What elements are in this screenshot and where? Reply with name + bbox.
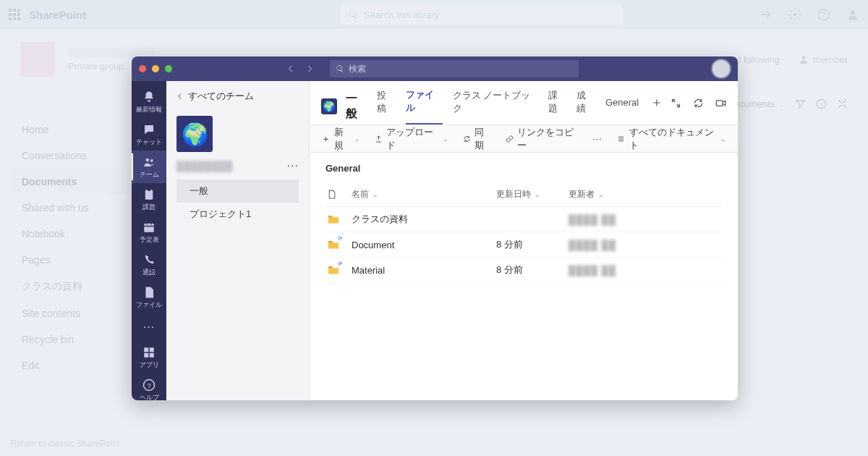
meet-icon[interactable] <box>715 98 726 109</box>
team-more-icon[interactable]: ··· <box>287 159 299 172</box>
col-modified-by[interactable]: 更新者⌄ <box>569 188 626 200</box>
team-name-redacted: ████████ <box>176 161 233 172</box>
table-header: 名前⌄ 更新日時⌄ 更新者⌄ <box>326 182 722 207</box>
teams-window: 検索 最新情報チャットチーム課題予定表通話ファイル···アプリ?ヘルプ すべての… <box>132 56 738 400</box>
expand-icon[interactable] <box>671 98 681 109</box>
file-modified-by-redacted: ████ ██ <box>569 214 626 225</box>
table-row[interactable]: ⟳Document8 分前████ ██ <box>326 232 722 258</box>
svg-rect-10 <box>144 224 154 232</box>
file-modified: 8 分前 <box>496 238 569 251</box>
channel-content: 🌍 一般 投稿ファイルクラス ノートブック課題成績General ＋ 新規 ⌄ … <box>310 81 738 400</box>
apps-icon <box>142 346 156 359</box>
user-avatar[interactable] <box>712 59 731 78</box>
rail-calls[interactable]: 通話 <box>132 248 166 281</box>
svg-rect-13 <box>144 353 148 358</box>
folder-icon <box>327 214 340 224</box>
tab-成績[interactable]: 成績 <box>576 89 595 124</box>
channel-item[interactable]: プロジェクト1 <box>176 203 299 226</box>
teams-titlebar: 検索 <box>132 56 738 81</box>
file-name: クラスの資料 <box>352 213 496 226</box>
svg-rect-11 <box>144 347 148 352</box>
activity-icon <box>142 90 156 104</box>
svg-rect-8 <box>145 190 153 200</box>
file-name: Material <box>352 265 496 276</box>
window-minimize[interactable] <box>152 65 159 72</box>
more-actions[interactable]: ··· <box>592 133 603 144</box>
teams-search-placeholder: 検索 <box>349 63 366 75</box>
view-selector[interactable]: すべてのドキュメント ⌄ <box>617 126 726 152</box>
file-modified-by-redacted: ████ ██ <box>569 240 626 250</box>
folder-icon: ⟳ <box>327 265 340 275</box>
svg-point-6 <box>146 159 150 162</box>
svg-rect-17 <box>716 100 723 106</box>
upload-icon <box>375 135 383 143</box>
tab-クラス ノートブック[interactable]: クラス ノートブック <box>453 89 538 124</box>
col-name[interactable]: 名前⌄ <box>352 188 496 200</box>
new-button[interactable]: ＋ 新規 ⌄ <box>321 126 360 152</box>
file-modified: 8 分前 <box>496 263 569 276</box>
file-modified-by-redacted: ████ ██ <box>569 265 626 276</box>
channel-header: 🌍 一般 投稿ファイルクラス ノートブック課題成績General <box>310 81 738 125</box>
copy-link-button[interactable]: リンクをコピー <box>506 126 578 152</box>
tab-ファイル[interactable]: ファイル <box>406 88 443 124</box>
folder-icon: ⟳ <box>327 240 340 250</box>
svg-text:?: ? <box>147 381 151 389</box>
chat-icon <box>142 123 156 136</box>
chevron-left-icon <box>176 93 184 100</box>
window-close[interactable] <box>139 65 146 72</box>
file-name: Document <box>352 240 496 250</box>
team-avatar: 🌍 <box>176 116 213 152</box>
rail-assignments[interactable]: 課題 <box>132 183 166 216</box>
teams-search[interactable]: 検索 <box>330 60 579 77</box>
all-teams-back[interactable]: すべてのチーム <box>166 81 309 111</box>
tab-General[interactable]: General <box>605 97 639 117</box>
svg-rect-12 <box>150 347 154 352</box>
svg-point-7 <box>150 159 153 162</box>
svg-rect-14 <box>150 353 154 358</box>
files-command-bar: ＋ 新規 ⌄ アップロード ⌄ 同期 リンクをコピー ··· すべてのドキュメン… <box>310 125 738 153</box>
upload-button[interactable]: アップロード ⌄ <box>375 126 448 152</box>
calendar-icon <box>142 221 156 234</box>
teams-icon <box>142 156 156 169</box>
search-icon <box>336 64 344 73</box>
all-teams-label: すべてのチーム <box>188 90 254 103</box>
rail-chat[interactable]: チャット <box>132 118 166 151</box>
rail-help[interactable]: ?ヘルプ <box>132 373 166 400</box>
channel-item[interactable]: 一般 <box>176 180 299 203</box>
table-row[interactable]: クラスの資料████ ██ <box>326 207 722 232</box>
assignments-icon <box>142 188 156 201</box>
list-icon <box>617 135 625 143</box>
rail-teams[interactable]: チーム <box>132 151 166 183</box>
help-icon: ? <box>142 379 156 392</box>
teams-rail: 最新情報チャットチーム課題予定表通話ファイル···アプリ?ヘルプ <box>132 81 166 400</box>
add-tab-icon[interactable] <box>652 98 662 108</box>
sync-button[interactable]: 同期 <box>463 126 492 152</box>
channel-title: 一般 <box>346 91 369 122</box>
nav-forward-icon[interactable] <box>305 64 314 73</box>
link-icon <box>506 135 514 143</box>
window-zoom[interactable] <box>165 65 172 72</box>
folder-breadcrumb[interactable]: General <box>326 161 722 182</box>
rail-apps[interactable]: アプリ <box>132 341 166 373</box>
refresh-icon[interactable] <box>693 98 704 109</box>
file-icon <box>327 189 336 200</box>
rail-activity[interactable]: 最新情報 <box>132 85 166 118</box>
channel-icon: 🌍 <box>321 98 337 114</box>
col-modified[interactable]: 更新日時⌄ <box>496 188 569 200</box>
sync-icon <box>463 135 471 143</box>
table-row[interactable]: ⟳Material8 分前████ ██ <box>326 258 722 283</box>
nav-back-icon[interactable] <box>286 64 295 73</box>
svg-rect-9 <box>148 189 151 191</box>
rail-calendar[interactable]: 予定表 <box>132 216 166 248</box>
tab-課題[interactable]: 課題 <box>548 89 566 124</box>
channel-list-pane: すべてのチーム 🌍 ████████ ··· 一般プロジェクト1 <box>166 81 310 400</box>
channel-tabs: 投稿ファイルクラス ノートブック課題成績General <box>377 88 639 124</box>
files-icon <box>142 286 156 299</box>
calls-icon <box>142 253 156 266</box>
rail-files[interactable]: ファイル <box>132 281 166 313</box>
rail-more[interactable]: ··· <box>143 313 155 341</box>
tab-投稿[interactable]: 投稿 <box>377 89 395 124</box>
